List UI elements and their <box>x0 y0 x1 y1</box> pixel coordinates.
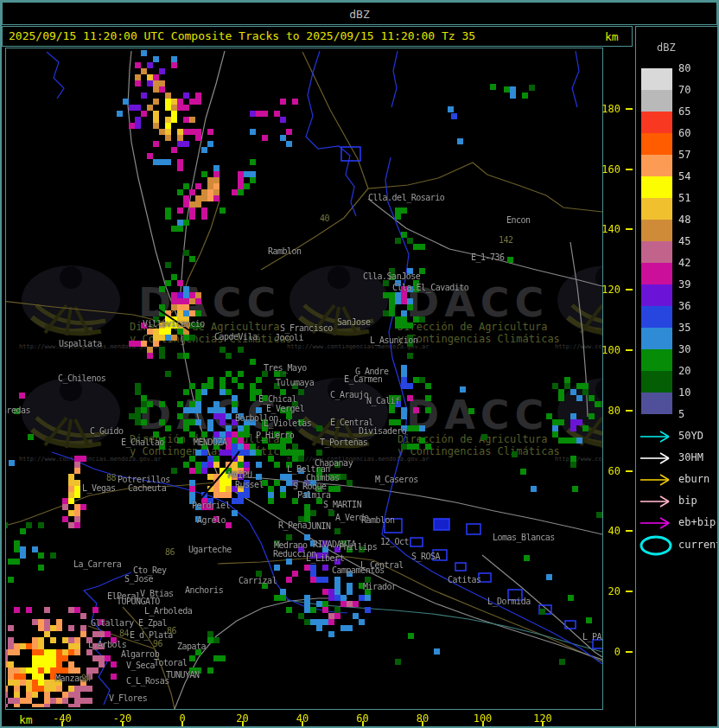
map-place-label: E_Challao <box>121 437 164 447</box>
map-place-label: Divisadero <box>359 426 406 436</box>
right-axis-tick <box>626 591 633 592</box>
map-place-label: T_Porteñas <box>320 437 367 447</box>
bottom-axis-tick <box>302 721 303 727</box>
map-place-label: L_Vegas <box>82 483 116 493</box>
map-place-label: C_Araujo <box>330 390 368 399</box>
dbz-scale-label: 42 <box>678 257 690 269</box>
current-cell-icon <box>639 534 675 560</box>
right-axis-tick <box>626 349 633 351</box>
map-place-label: L_PAZ <box>582 632 602 642</box>
map-place-label: Anchoris <box>185 585 223 595</box>
track-arrow-icon <box>639 451 675 468</box>
map-place-label: Russel <box>235 480 264 489</box>
map-place-label: E_1-736 <box>471 252 505 262</box>
dbz-scale-label: 30 <box>678 343 690 355</box>
road-number-label: 94 <box>81 674 91 683</box>
dbz-scale-swatch <box>641 241 672 263</box>
map-place-label: L_Violetas <box>264 418 311 428</box>
map-place-label: Ramblon <box>268 246 302 256</box>
road-number-label: 88 <box>106 473 116 482</box>
map-place-label: L_Dormida <box>487 597 531 606</box>
right-axis-tick-label: 100 <box>589 344 620 356</box>
map-place-label: Gltallary <box>91 618 134 628</box>
map-place-label: L_Arboleda <box>144 606 192 616</box>
map-place-label: Tulumaya <box>276 378 314 387</box>
bottom-axis-unit: km <box>19 713 33 726</box>
map-place-label: E_Chical <box>258 394 296 404</box>
timestamp-status: 2025/09/15 11:20:00 UTC Composite Tracks… <box>9 29 475 42</box>
map-place-label: E_Vergel <box>266 404 304 413</box>
map-place-label: Clla.SanJose <box>363 271 420 281</box>
legend-label: bip <box>678 495 697 507</box>
map-place-label: Clla.El_Cavadito <box>392 283 468 292</box>
dbz-scale-label: 48 <box>678 214 690 226</box>
road-number-label: 86 <box>165 547 175 557</box>
bottom-axis-tick <box>181 721 183 727</box>
right-axis-tick-label: 40 <box>589 525 620 537</box>
map-place-label: Jocoli <box>275 333 303 342</box>
road-number-label: 142 <box>499 235 513 245</box>
legend-label: eb+bip <box>678 516 716 528</box>
title-bar: dBZ <box>2 2 717 25</box>
dbz-scale-label: 10 <box>678 386 690 399</box>
map-place-label: M_Caseros <box>375 475 418 484</box>
bottom-axis-tick <box>542 721 544 727</box>
dbz-scale-swatch <box>641 284 672 306</box>
map-place-label: L_Asuncion <box>370 335 417 345</box>
map-place-label: JUNIN <box>307 521 331 531</box>
dbz-scale-swatch <box>641 90 672 112</box>
right-axis-tick <box>626 289 633 291</box>
map-place-label: Totoral <box>154 658 188 667</box>
legend-label: 30HM <box>678 451 703 463</box>
dbz-scale-swatch <box>641 220 672 241</box>
right-axis-tick-label: 180 <box>589 103 620 115</box>
map-place-label: Villavicencio <box>143 319 205 329</box>
map-place-label: Mirador <box>363 582 397 591</box>
track-arrow-icon <box>639 430 675 446</box>
right-axis-tick-label: 160 <box>589 163 620 176</box>
dbz-scale-swatch <box>641 263 672 284</box>
road-number-label: 40 <box>320 214 329 223</box>
track-arrow-icon <box>639 495 675 511</box>
dbz-scale-swatch <box>641 393 672 414</box>
dbz-scale-swatch <box>641 198 672 220</box>
map-place-label: Tres_Mayo <box>264 363 307 373</box>
map-place-label: V_Seca <box>126 661 155 670</box>
right-axis-tick <box>626 108 633 110</box>
legend-label: eburn <box>678 473 709 485</box>
map-place-label: 12_Oct <box>380 537 409 546</box>
dbz-scale-swatch <box>641 306 672 328</box>
bottom-axis-tick <box>242 721 244 727</box>
bottom-axis-tick <box>61 721 63 727</box>
dbz-scale-swatch <box>641 133 672 155</box>
map-place-label: aredas <box>6 406 30 415</box>
right-axis-tick-label: 140 <box>589 223 620 235</box>
map-place-label: MENDOZA <box>194 437 227 447</box>
page-title: dBZ <box>3 8 716 21</box>
dbz-scale-label: 70 <box>678 84 690 96</box>
dbz-scale-swatch <box>641 176 672 198</box>
road-number-label: 96 <box>153 639 162 648</box>
map-place-label: S_Francisco <box>280 323 333 333</box>
dbz-scale-label: 54 <box>678 170 690 182</box>
map-place-label: Carrizal <box>239 576 277 585</box>
track-arrow-icon <box>639 473 675 489</box>
map-place-label: Ramblon <box>361 515 395 525</box>
map-place-label: C_L_Rosas <box>126 676 169 686</box>
map-place-label: P_Hierro <box>256 431 294 440</box>
dbz-scale-label: 39 <box>678 278 690 291</box>
map-place-label: Campamentos <box>332 565 385 575</box>
map-place-label: C_Guido <box>90 426 124 436</box>
map-place-label: V_Flores <box>109 693 147 703</box>
map-place-label: Perdriel <box>192 501 230 510</box>
map-place-label: Lomas_Blancas <box>493 533 555 542</box>
bottom-axis-tick <box>422 721 423 727</box>
map-place-label: E_Carmen <box>344 374 382 384</box>
map-place-label: L_Libert <box>306 553 344 563</box>
map-place-label: N_Calif <box>366 396 400 406</box>
map-place-label: Clla.del_Rosario <box>368 193 444 202</box>
map-place-label: Phillips <box>339 542 377 552</box>
right-axis-tick-label: 120 <box>589 284 620 296</box>
road-number-label: 84 <box>119 629 129 638</box>
track-arrow-icon <box>639 516 675 533</box>
